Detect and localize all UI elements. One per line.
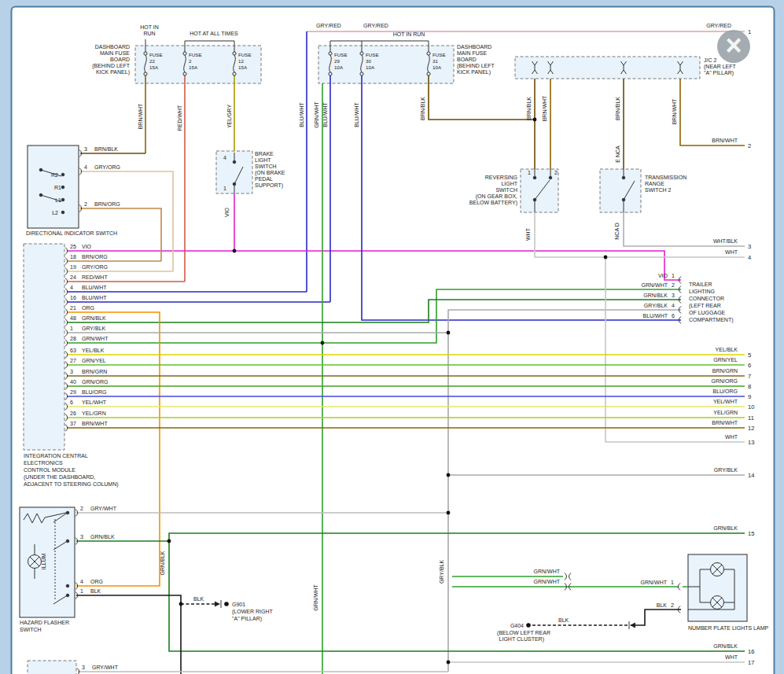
component-name: MAIN FUSE [100,50,130,56]
fuse-number: 2 [189,58,192,64]
wire-label: GRY/WHT [92,665,119,670]
wire-label: WHT [525,227,531,241]
pin-number: 1 [672,273,675,278]
wire-label: RED/WHT [177,105,182,131]
wire-label: NCA D [614,223,620,239]
wire-label: BLU/ORG [82,389,107,395]
component-name: (NEAR LEFT [704,64,737,70]
fuse-label: FUSE [366,52,379,57]
wire-label: WHT [725,654,738,660]
circuit-number: 1 [748,28,751,35]
wire-label: GRN/BLK [713,525,738,531]
circuit-number: 7 [748,373,751,380]
fuse-number: 29 [334,58,340,64]
wire-label: GRY/RED [706,23,731,28]
wire-label: BRN/ORG [82,254,108,260]
wire-label: BRN/BLK [420,97,425,120]
wire-label: GRN/WHT [641,580,668,585]
wire-label: BRN/WHT [712,420,738,425]
pin-number: 63 [70,348,76,353]
fuse-number: 22 [149,58,155,64]
component-name: SUPPORT) [255,182,283,189]
fuse-label: FUSE [334,52,348,57]
component-name: LIGHT [501,181,517,186]
power-label: RUN [143,31,155,36]
wire-label: BRN/BLK [94,146,118,152]
fuse-label: FUSE [432,52,446,57]
pin-number: 4 [223,155,226,160]
component-name: (BEHIND LEFT [457,63,495,69]
wire-label: GRY/BLK [439,560,444,584]
ground-name: G901 [232,602,245,607]
wire-label: ORG [82,305,94,311]
wire-label: GRY/RED [363,23,388,28]
wiring-diagram: HOT IN RUN HOT AT ALL TIMES HOT IN RUN G… [0,0,784,674]
component-name: DIRECTIONAL INDICATOR SWITCH [26,230,117,236]
wire-label: BLK [558,617,569,623]
component-name: TRAILER [689,282,712,287]
contact-label: R2 [51,172,58,178]
pin-number: 4 [84,164,87,170]
pin-number: 2 [80,506,83,511]
fuse-rating: 15A [189,64,198,70]
wire-label: BLU/WHT [354,102,359,127]
wire-label: GRN/WHT [534,569,561,574]
wire-label: WHT [725,249,738,255]
wire-label: BLK [657,602,668,608]
wire-label: VIO [82,244,92,249]
wire-label: YEL/GRY [226,105,232,129]
fuse-number: 31 [432,58,438,64]
wire-label: GRN/WHT [313,584,318,611]
wire-label: BRN/BLK [615,97,620,120]
power-label: HOT AT ALL TIMES [190,31,238,36]
component-name: KICK PANEL) [457,69,491,76]
component-name: BRAKE [255,151,274,157]
circuit-number: 10 [748,403,754,411]
pin-number: 21 [70,305,76,311]
fuse-number: 12 [238,58,244,64]
power-label: HOT IN [140,24,159,30]
circuit-number: 15 [748,530,754,537]
pin-number: 1 [80,588,83,594]
circuit-number: 8 [748,383,751,390]
component-name: ADJACENT TO STEERING COLUMN) [24,481,119,488]
circuit-number: 13 [748,439,754,446]
wire-label: BLU/WHT [82,285,107,290]
wire-label: GRN/ORG [82,379,108,385]
wire-label: BRN/WHT [138,103,143,129]
wire-label: BLU/ORG [712,389,738,394]
wire-label: VIO [224,207,230,217]
close-icon: × [725,29,742,61]
wire-label: GRY/BLK [714,467,738,473]
pin-number: 6 [672,313,675,319]
pin-number: 37 [70,421,76,426]
pin-number: 2 [671,602,674,608]
component-name: KICK PANEL) [96,69,130,76]
component-name: "A" PILLAR) [704,70,734,76]
ground-name: "A" PILLAR) [232,616,262,622]
circuit-number: 3 [748,243,751,250]
component-name: BOARD [457,57,477,62]
ground-name: LIGHT CLUSTER) [499,636,544,643]
number-plate-lamp-box [688,554,747,621]
pin-number: 2 [84,201,87,207]
wire-label: GRY/BLK [644,303,668,308]
wire-label: GRY/WHT [90,506,117,511]
circuit-number: 9 [748,393,751,400]
component-name: RANGE [645,181,664,186]
wire-label: BLU/WHT [322,102,328,127]
fuse-rating: 10A [366,64,375,70]
pin-number: 3 [84,146,87,152]
reversing-switch-box [521,169,558,212]
wire-label: GRN/BLK [160,551,165,575]
component-name: ELECTRONICS [24,460,63,466]
wire-label: BLU/WHT [82,295,107,300]
wire-label: GRY/BLK [82,326,106,331]
wire-label: VIO [658,273,668,278]
pin-number: 4 [80,579,83,584]
wire-label: GRN/WHT [642,282,668,288]
pin-number: 28 [70,336,76,341]
wire-label: WHT [725,434,738,440]
ground-name: (LOWER RIGHT [232,609,273,615]
diagram-canvas [12,7,775,674]
